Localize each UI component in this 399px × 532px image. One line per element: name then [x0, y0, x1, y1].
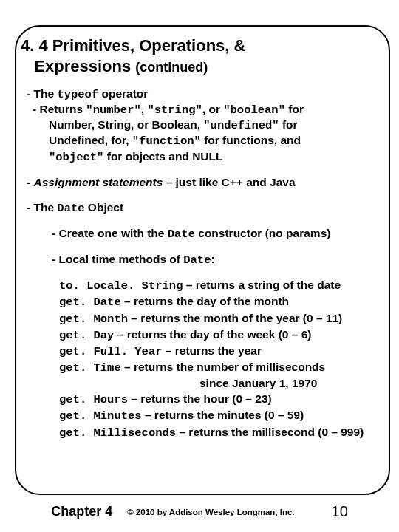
date-methods-list: to. Locale. String – returns a string of… — [59, 278, 392, 440]
text: - Create one with the — [52, 227, 168, 239]
title-continued: (continued) — [135, 60, 208, 75]
code: get. Time — [59, 361, 121, 375]
date-create: - Create one with the Date constructor (… — [52, 226, 392, 242]
text: operator — [98, 87, 148, 100]
italic-text: Assignment statements — [33, 176, 163, 188]
text: , or — [202, 103, 223, 115]
text: for objects and NULL — [103, 150, 222, 163]
code: typeof — [57, 88, 98, 101]
text: - The — [27, 201, 57, 214]
code: get. Month — [59, 313, 128, 326]
list-item: get. Time – returns the number of millis… — [59, 360, 392, 375]
text: : — [211, 253, 214, 265]
text: - The — [27, 87, 57, 100]
code: Date — [183, 253, 211, 267]
code: get. Full. Year — [59, 345, 163, 358]
text: for functions, and — [201, 134, 301, 146]
text: - Returns — [33, 103, 86, 115]
list-item: get. Date – returns the day of the month — [59, 294, 392, 310]
text: for — [279, 118, 298, 131]
code: "string" — [147, 103, 202, 117]
text: – returns the number of milliseconds — [121, 361, 325, 373]
code: get. Day — [59, 329, 114, 342]
list-item: to. Locale. String – returns a string of… — [59, 278, 392, 293]
code: get. Hours — [59, 393, 128, 406]
text: – returns the minutes (0 – 59) — [142, 409, 304, 421]
text: Object — [85, 201, 124, 214]
typeof-block: - The typeof operator - Returns "number"… — [27, 86, 392, 165]
text: – returns the millisecond (0 – 999) — [176, 426, 364, 438]
code: Date — [168, 228, 195, 241]
text: for — [285, 103, 304, 115]
text: Undefined, for, — [49, 134, 132, 146]
text: – returns a string of the date — [183, 279, 341, 291]
list-item-continuation: since January 1, 1970 — [200, 376, 392, 391]
title-line2a: Expressions — [34, 57, 131, 75]
code: "number" — [86, 103, 140, 117]
code: Date — [57, 202, 84, 215]
code: to. Locale. String — [59, 279, 183, 293]
text: – returns the hour (0 – 23) — [128, 392, 272, 405]
list-item: get. Day – returns the day of the week (… — [59, 327, 392, 343]
list-item: get. Full. Year – returns the year — [59, 344, 392, 359]
list-item: get. Milliseconds – returns the millisec… — [59, 425, 392, 440]
text: – returns the month of the year (0 – 11) — [128, 312, 342, 324]
assignment-block: - Assignment statements – just like C++ … — [27, 175, 392, 190]
copyright-text: © 2010 by Addison Wesley Longman, Inc. — [127, 508, 294, 516]
text: – returns the day of the week (0 – 6) — [114, 328, 311, 341]
title-line1: 4. 4 Primitives, Operations, & — [21, 36, 245, 55]
slide-footer: Chapter 4 © 2010 by Addison Wesley Longm… — [0, 503, 399, 520]
date-heading: - The Date Object — [27, 200, 392, 216]
code: "object" — [49, 151, 103, 164]
slide-page: 4. 4 Primitives, Operations, & Expressio… — [0, 0, 399, 532]
code: "undefined" — [203, 119, 279, 132]
list-item: get. Hours – returns the hour (0 – 23) — [59, 392, 392, 407]
code: get. Minutes — [59, 409, 142, 423]
chapter-label: Chapter 4 — [51, 504, 112, 519]
slide-title: 4. 4 Primitives, Operations, & Expressio… — [21, 35, 392, 76]
code: "function" — [132, 134, 201, 148]
slide-content: 4. 4 Primitives, Operations, & Expressio… — [21, 35, 392, 488]
text: - Local time methods of — [52, 253, 183, 265]
text: – just like C++ and Java — [163, 176, 295, 188]
list-item: get. Month – returns the month of the ye… — [59, 311, 392, 327]
code: "boolean" — [223, 103, 285, 117]
list-item: get. Minutes – returns the minutes (0 – … — [59, 408, 392, 423]
date-methods-header: - Local time methods of Date: — [52, 252, 392, 267]
text: constructor (no params) — [195, 227, 330, 239]
text: since January 1, 1970 — [200, 377, 317, 389]
text: Number, String, or Boolean, — [49, 118, 203, 131]
page-number: 10 — [332, 503, 348, 520]
text: – returns the year — [163, 344, 262, 357]
code: get. Milliseconds — [59, 426, 176, 440]
text: – returns the day of the month — [121, 295, 289, 307]
code: get. Date — [59, 296, 121, 309]
